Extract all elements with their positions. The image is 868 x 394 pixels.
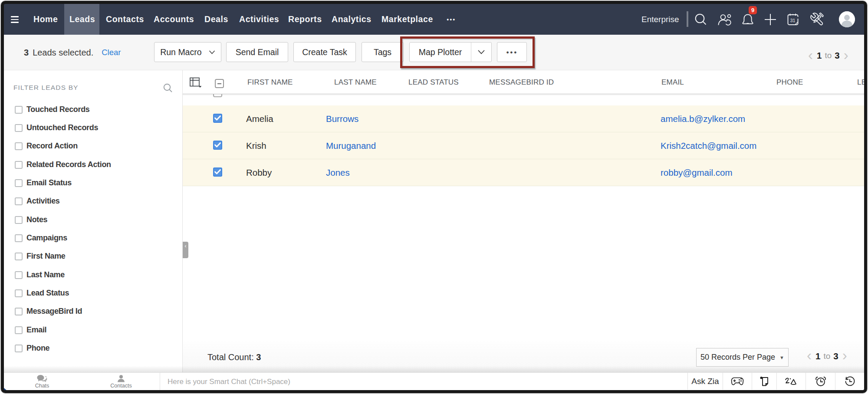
svg-text:31: 31 xyxy=(790,18,796,23)
